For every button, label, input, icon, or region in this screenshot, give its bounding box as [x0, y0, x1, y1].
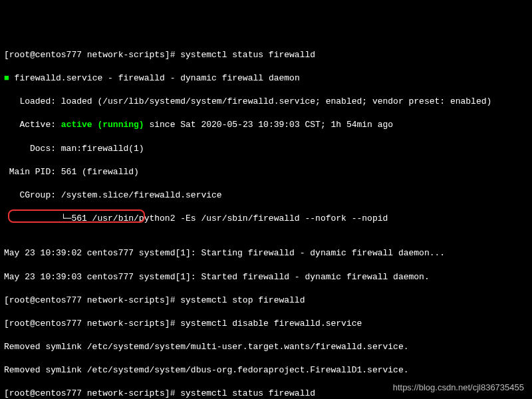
terminal-line: [root@centos777 network-scripts]# system…: [4, 318, 528, 330]
service-name: firewalld.service - firewalld - dynamic …: [9, 73, 300, 83]
terminal-line: Docs: man:firewalld(1): [4, 143, 528, 155]
terminal-line: [root@centos777 network-scripts]# system…: [4, 49, 528, 61]
status-bullet-icon: ■: [4, 72, 9, 84]
watermark-text: https://blog.csdn.net/cjl836735455: [393, 382, 524, 394]
terminal-line: Removed symlink /etc/systemd/system/mult…: [4, 341, 528, 353]
status-active-running: active (running): [61, 120, 144, 130]
terminal-line: Active: active (running) since Sat 2020-…: [4, 119, 528, 131]
terminal-line: Removed symlink /etc/systemd/system/dbus…: [4, 364, 528, 376]
active-since: since Sat 2020-05-23 10:39:03 CST; 1h 54…: [144, 120, 393, 130]
terminal-line: May 23 10:39:03 centos777 systemd[1]: St…: [4, 271, 528, 283]
active-label: Active:: [4, 120, 61, 130]
terminal-line: ■ firewalld.service - firewalld - dynami…: [4, 72, 528, 84]
terminal-line: [root@centos777 network-scripts]# system…: [4, 295, 528, 307]
terminal-line: CGroup: /system.slice/firewalld.service: [4, 190, 528, 201]
terminal-line: Loaded: loaded (/usr/lib/systemd/system/…: [4, 96, 528, 108]
terminal-line: └─561 /usr/bin/python2 -Es /usr/sbin/fir…: [4, 213, 528, 225]
terminal-line: May 23 10:39:02 centos777 systemd[1]: St…: [4, 247, 528, 259]
terminal-line: Main PID: 561 (firewalld): [4, 166, 528, 178]
